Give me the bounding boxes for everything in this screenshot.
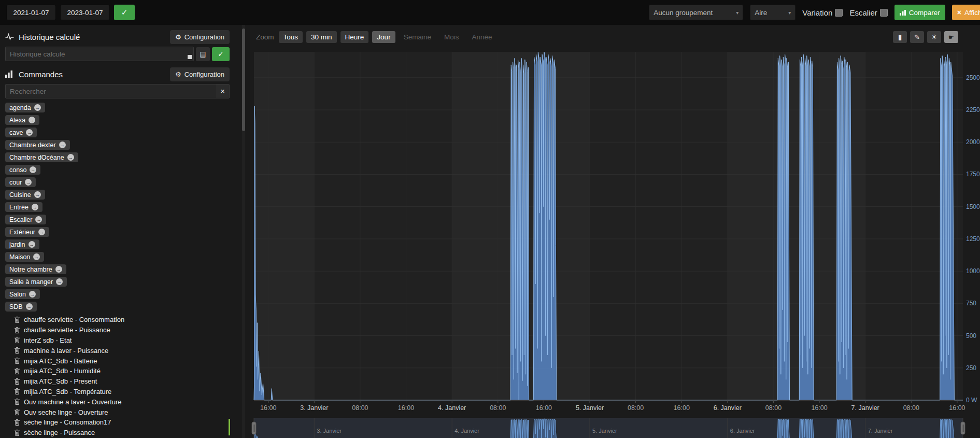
trash-icon[interactable] (14, 429, 20, 436)
tag-label: Escalier (9, 216, 32, 223)
chevron-down-icon: ▾ (736, 10, 738, 16)
svg-text:16:00: 16:00 (674, 404, 690, 412)
zoom-label: Zoom (256, 33, 274, 41)
command-item[interactable]: mijia ATC_Sdb - Humidité (14, 366, 230, 376)
tag-label: cour (9, 179, 22, 186)
affichage-button[interactable]: × Affichage (952, 5, 980, 20)
apply-dates-button[interactable]: ✓ (114, 5, 135, 20)
svg-text:16:00: 16:00 (949, 404, 965, 412)
command-item-label: machine à laver - Puissance (24, 347, 108, 355)
tag-jardin[interactable]: jardin→ (5, 239, 39, 249)
tag-sdb[interactable]: SDB→ (5, 302, 37, 312)
escalier-checkbox[interactable] (880, 9, 888, 17)
command-item[interactable]: sèche linge - Consomation17 (14, 417, 230, 428)
range-button-jour[interactable]: Jour (372, 31, 395, 43)
tag-agenda[interactable]: agenda→ (5, 103, 45, 112)
history-section-title: Historique calculé (19, 33, 166, 41)
command-item[interactable]: Ouv seche linge - Ouverture (14, 407, 230, 417)
tag-label: Alexa (9, 117, 25, 124)
tag-conso[interactable]: conso→ (5, 165, 40, 175)
display-type-select-value: Aire (755, 9, 767, 17)
sidebar-scrollbar-thumb[interactable] (242, 29, 245, 131)
svg-text:6. Janvier: 6. Janvier (714, 404, 742, 412)
tag-entr-e[interactable]: Entrée→ (5, 202, 42, 212)
trash-icon[interactable] (14, 398, 20, 405)
main-chart[interactable]: 16:003. Janvier08:0016:004. Janvier08:00… (250, 46, 980, 418)
command-item[interactable]: mijia ATC_Sdb - Température (14, 387, 230, 397)
navigator-chart[interactable]: 3. Janvier4. Janvier5. Janvier6. Janvier… (250, 418, 980, 438)
trash-icon[interactable] (14, 357, 20, 364)
svg-text:0 W: 0 W (966, 397, 977, 404)
command-item[interactable]: mijia ATC_Sdb - Batterie (14, 356, 230, 366)
tag-chambre-doc-ane[interactable]: Chambre dOcéane→ (5, 152, 78, 162)
sidebar-scrollbar[interactable] (242, 25, 245, 438)
command-item[interactable]: chauffe serviette - Puissance (14, 325, 230, 335)
trash-icon[interactable] (14, 378, 20, 385)
list-select-button[interactable]: ▤ (196, 47, 210, 61)
history-section-header: Historique calculé ⚙ Configuration (5, 29, 230, 45)
pencil-icon[interactable]: ✎ (910, 31, 924, 43)
trash-icon[interactable] (14, 327, 20, 334)
escalier-label: Escalier (849, 8, 877, 17)
tag-label: agenda (9, 104, 31, 111)
chart-toolbar: ▮✎☀☛ (893, 31, 958, 43)
history-configuration-button[interactable]: ⚙ Configuration (170, 30, 230, 44)
history-input[interactable] (5, 47, 194, 61)
trash-icon[interactable] (14, 419, 20, 426)
compare-button[interactable]: Comparer (894, 5, 945, 20)
svg-text:4. Janvier: 4. Janvier (438, 404, 466, 412)
tag-cave[interactable]: cave→ (5, 128, 37, 137)
trash-icon[interactable] (14, 368, 20, 375)
variation-checkbox[interactable] (835, 9, 843, 17)
range-button-tous[interactable]: Tous (279, 31, 303, 43)
search-input[interactable] (5, 84, 230, 98)
clear-search-button[interactable]: × (216, 84, 229, 98)
svg-text:6. Janvier: 6. Janvier (730, 428, 755, 434)
trash-icon[interactable] (14, 316, 20, 323)
range-button-30min[interactable]: 30 min (306, 31, 337, 43)
display-type-select[interactable]: Aire ▾ (750, 5, 796, 20)
arrow-circle-icon: → (34, 104, 41, 111)
tag-notre-chambre[interactable]: Notre chambre→ (5, 264, 66, 274)
arrow-circle-icon: → (25, 179, 32, 186)
tag-maison[interactable]: Maison→ (5, 252, 44, 262)
command-item[interactable]: mijia ATC_Sdb - Present (14, 376, 230, 387)
command-item-label: sèche linge - Puissance (24, 429, 95, 436)
history-apply-button[interactable]: ✓ (212, 47, 230, 61)
trash-icon[interactable] (14, 408, 20, 416)
tag-cour[interactable]: cour→ (5, 177, 36, 187)
commands-configuration-button[interactable]: ⚙ Configuration (170, 67, 230, 81)
column-icon[interactable]: ▮ (893, 31, 907, 43)
tag-escalier[interactable]: Escalier→ (5, 215, 46, 224)
trash-icon[interactable] (14, 336, 20, 344)
trash-icon[interactable] (14, 388, 20, 395)
command-item[interactable]: chauffe serviette - Consommation (14, 315, 230, 325)
tag-alexa[interactable]: Alexa→ (5, 115, 39, 125)
svg-text:5. Janvier: 5. Janvier (592, 428, 617, 434)
arrow-circle-icon: → (35, 216, 42, 223)
command-item[interactable]: interZ sdb - Etat (14, 335, 230, 346)
tag-salon[interactable]: Salon→ (5, 289, 40, 299)
bar-chart-icon (5, 70, 15, 78)
command-item[interactable]: Ouv machine a laver - Ouverture (14, 397, 230, 407)
arrow-circle-icon: → (26, 303, 33, 310)
tag-salle-manger[interactable]: Salle à manger→ (5, 277, 67, 287)
command-item[interactable]: machine à laver - Puissance (14, 345, 230, 356)
sun-icon[interactable]: ☀ (927, 31, 941, 43)
tag-chambre-dexter[interactable]: Chambre dexter→ (5, 140, 70, 150)
grouping-select[interactable]: Aucun groupement ▾ (649, 5, 743, 20)
commands-section-title: Commandes (19, 70, 166, 79)
resize-grip-icon[interactable] (188, 55, 192, 59)
range-button-heure[interactable]: Heure (340, 31, 369, 43)
tag-ext-rieur[interactable]: Extérieur→ (5, 227, 49, 237)
date-from-input[interactable] (6, 5, 56, 20)
cursor-caret (229, 419, 230, 435)
date-to-input[interactable] (60, 5, 110, 20)
svg-text:1250: 1250 (966, 235, 980, 243)
tag-cuisine[interactable]: Cuisine→ (5, 190, 45, 200)
arrow-circle-icon: → (38, 229, 45, 235)
hand-icon[interactable]: ☛ (944, 31, 958, 43)
svg-text:5. Janvier: 5. Janvier (576, 404, 604, 412)
command-item[interactable]: sèche linge - Puissance (14, 428, 230, 438)
trash-icon[interactable] (14, 347, 20, 354)
